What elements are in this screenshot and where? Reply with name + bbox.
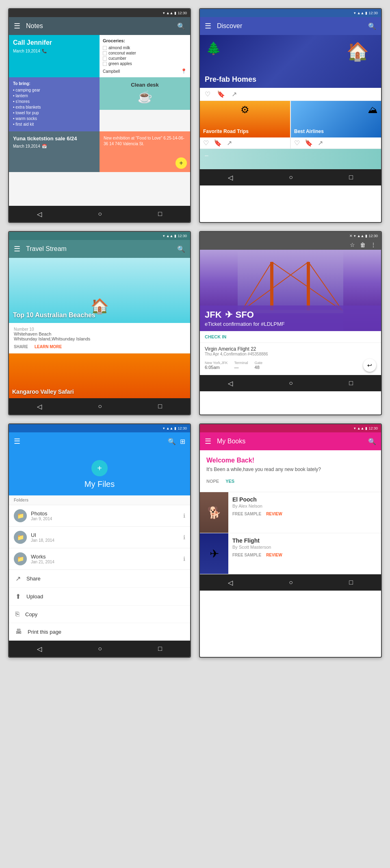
files-nav-bar: ◁ ○ □: [9, 641, 190, 657]
discover-hero[interactable]: 🏠 🌲 Pre-fab Homes: [200, 35, 381, 88]
like-airlines-icon[interactable]: ♡: [294, 139, 300, 147]
discover-square-btn[interactable]: □: [349, 174, 353, 181]
books-home-btn[interactable]: ○: [289, 579, 293, 586]
wifi-icon: ▾: [354, 426, 356, 430]
file-ui[interactable]: 📁 UI Jan 18, 2014 ℹ: [9, 527, 190, 548]
notes-menu-icon[interactable]: ☰: [14, 22, 20, 31]
travel-app-bar: ☰ Travel Stream 🔍: [9, 240, 190, 258]
checkin-button[interactable]: CHECK IN: [200, 331, 381, 343]
files-search-icon[interactable]: 🔍: [168, 438, 176, 445]
context-share[interactable]: ↗ Share: [9, 570, 190, 588]
travel-menu-icon[interactable]: ☰: [14, 244, 20, 253]
road-trips-card[interactable]: ⚙ Favorite Road Trips: [200, 101, 290, 137]
works-info-icon[interactable]: ℹ: [183, 556, 185, 562]
books-square-btn[interactable]: □: [349, 579, 353, 586]
terminal-col: Terminal —: [234, 361, 248, 370]
discover-card-third[interactable]: ...: [200, 149, 381, 169]
books-search-icon[interactable]: 🔍: [368, 438, 376, 445]
note-yuna[interactable]: Yuna ticketstion sale 6/24 March 19,2014…: [9, 131, 100, 172]
book-el-pooch[interactable]: 🐕 El Pooch By Alex Nelson FREE SAMPLE RE…: [200, 492, 381, 533]
mountain-icon: ⛰: [368, 104, 378, 116]
ui-info-icon[interactable]: ℹ: [183, 534, 185, 541]
share-label: Share: [26, 576, 41, 582]
discover-back-btn[interactable]: ◁: [228, 174, 233, 181]
books-phone: ▾ ▲▲ ▮ 12:30 ☰ My Books 🔍 Welcome Back! …: [199, 423, 382, 658]
files-grid-icon[interactable]: ⊞: [180, 438, 185, 445]
learn-more-btn[interactable]: LEARN MORE: [35, 345, 62, 349]
share-btn[interactable]: SHARE: [14, 345, 28, 349]
note-call-jennifer[interactable]: Call Jennifer March 19,2014 📞: [9, 35, 100, 77]
notes-fab[interactable]: +: [176, 157, 187, 169]
el-pooch-free[interactable]: FREE SAMPLE: [232, 512, 261, 516]
files-menu-icon[interactable]: ☰: [14, 437, 20, 446]
books-menu-icon[interactable]: ☰: [205, 437, 211, 446]
yes-btn[interactable]: YES: [225, 477, 234, 485]
nope-btn[interactable]: NOPE: [206, 477, 219, 485]
photos-info-icon[interactable]: ℹ: [183, 513, 185, 519]
share-airlines-icon[interactable]: ↗: [318, 139, 323, 147]
flight-free[interactable]: FREE SAMPLE: [232, 553, 261, 557]
more-icon[interactable]: ⋮: [370, 242, 376, 248]
note-clean-desk[interactable]: Clean desk ☕: [100, 77, 190, 110]
notes-status-bar: ▾ ▲▲ ▮ 12:30: [9, 9, 190, 17]
airline-name: Virgin America Flight 22: [205, 346, 376, 352]
travel-search-icon[interactable]: 🔍: [177, 245, 185, 253]
notes-search-icon[interactable]: 🔍: [177, 22, 185, 30]
file-photos[interactable]: 📁 Photos Jan 9, 2014 ℹ: [9, 505, 190, 527]
travel-status-icons: ▾ ▲▲ ▮ 12:30: [163, 234, 187, 238]
notes-home-btn[interactable]: ○: [98, 210, 102, 218]
books-back-btn[interactable]: ◁: [228, 579, 233, 587]
note-groceries[interactable]: Groceries: almond milk conconut water cu…: [100, 35, 190, 77]
travel-place: Whitehaven Beach: [14, 331, 185, 336]
note-clean-desk-container: Clean desk ☕: [100, 77, 190, 131]
file-works[interactable]: 📁 Works Jan 21, 2014 ℹ: [9, 548, 190, 570]
share-road-icon[interactable]: ↗: [227, 139, 232, 147]
flight-review[interactable]: REVIEW: [266, 553, 282, 557]
files-home-btn[interactable]: ○: [98, 645, 102, 652]
like-icon[interactable]: ♡: [205, 90, 210, 98]
note-exhibition[interactable]: New exhibition at "Food to Love" 6.25-14…: [100, 131, 190, 172]
safari-card[interactable]: Kangaroo Valley Safari: [9, 353, 190, 398]
context-upload[interactable]: ⬆ Upload: [9, 588, 190, 606]
travel-square-btn[interactable]: □: [158, 403, 162, 410]
signal-icon: ▲▲: [357, 11, 364, 15]
delete-icon[interactable]: 🗑: [360, 242, 366, 248]
bookmark-icon[interactable]: 🔖: [217, 90, 225, 98]
travel-home-btn[interactable]: ○: [98, 403, 102, 410]
battery-icon: ▮: [174, 11, 176, 15]
ticket-home-btn[interactable]: ○: [289, 379, 293, 387]
discover-menu-icon[interactable]: ☰: [205, 22, 211, 31]
context-print[interactable]: 🖶 Print this page: [9, 623, 190, 641]
share-icon[interactable]: ↗: [232, 90, 237, 98]
bookmark-road-icon[interactable]: 🔖: [214, 139, 222, 147]
book-the-flight[interactable]: ✈ The Flight By Scott Masterson FREE SAM…: [200, 533, 381, 574]
ticket-title: eTicket confirmation for #LDLPMF: [205, 321, 376, 327]
travel-back-btn[interactable]: ◁: [37, 403, 42, 410]
travel-number: Number 10: [14, 327, 185, 331]
airlines-card[interactable]: ⛰ Best Airlines: [291, 101, 381, 137]
files-fab[interactable]: +: [91, 460, 108, 476]
gate-col: Gate 48: [255, 361, 263, 370]
notes-square-btn[interactable]: □: [158, 210, 162, 218]
note-tobring[interactable]: To bring: • camping gear• lantern• s'mor…: [9, 77, 100, 131]
bookmark-airlines-icon[interactable]: 🔖: [305, 139, 313, 147]
signal-icon: ▲▲: [357, 426, 364, 430]
el-pooch-review[interactable]: REVIEW: [266, 512, 282, 516]
battery-icon: ▮: [174, 426, 176, 430]
photos-name: Photos: [31, 510, 183, 517]
reply-fab[interactable]: ↩: [363, 359, 376, 372]
files-back-btn[interactable]: ◁: [37, 645, 42, 653]
house-icon: 🏠: [347, 41, 369, 62]
notes-back-btn[interactable]: ◁: [37, 210, 42, 218]
plane-icon: ✈: [225, 310, 232, 320]
discover-search-icon[interactable]: 🔍: [368, 22, 376, 30]
like-road-icon[interactable]: ♡: [203, 139, 209, 147]
ticket-back-btn[interactable]: ◁: [228, 379, 233, 387]
files-square-btn[interactable]: □: [158, 645, 162, 652]
ticket-square-btn[interactable]: □: [349, 379, 353, 387]
photos-info: Photos Jan 9, 2014: [31, 510, 183, 521]
context-copy[interactable]: ⎘ Copy: [9, 606, 190, 623]
travel-hero[interactable]: 🏠 Top 10 Australian Beaches: [9, 258, 190, 323]
discover-home-btn[interactable]: ○: [289, 174, 293, 181]
star-icon[interactable]: ☆: [350, 242, 355, 248]
